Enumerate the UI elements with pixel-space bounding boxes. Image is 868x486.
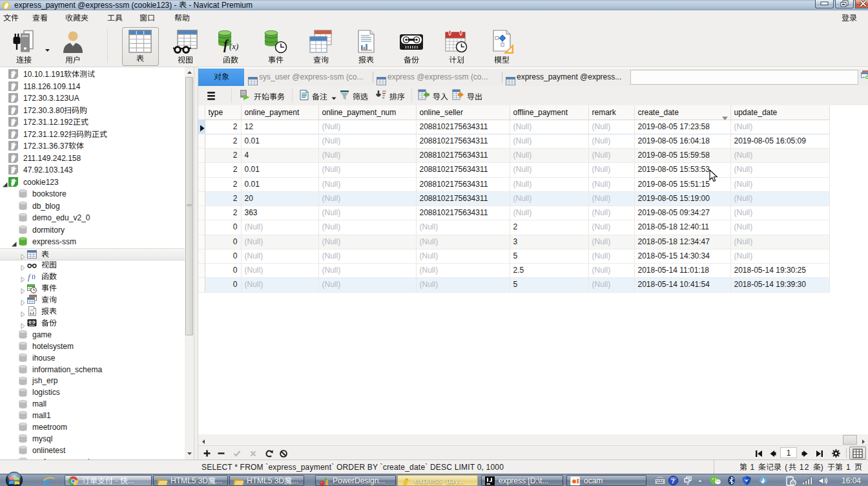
cell-online_seller[interactable]: 2088102175634311 <box>417 178 510 192</box>
cell-online_payment[interactable]: (Null) <box>242 264 319 278</box>
toolbar-button-backup-big[interactable] <box>391 27 432 65</box>
cell-online_payment_num[interactable]: (Null) <box>319 178 417 192</box>
taskbar-button-3[interactable]: PowerDesign... <box>315 475 396 486</box>
cell-online_payment[interactable]: 20 <box>242 192 319 206</box>
tree-item-172.31.36.37软体[interactable]: 172.31.36.37 <box>0 140 185 153</box>
cell-online_payment[interactable]: 0.01 <box>242 163 319 177</box>
tree-item-172.31.12.192正式[interactable]: 172.31.12.192 <box>0 116 185 129</box>
tree-item-118.126.109.114[interactable]: 118.126.109.114 <box>0 81 185 93</box>
toolbar-button-table-big[interactable] <box>119 27 161 65</box>
filter-button[interactable] <box>340 86 368 105</box>
cell-type[interactable]: 2 <box>205 163 242 177</box>
tab-express_payment[interactable]: express_payment @express... <box>502 69 630 86</box>
cell-online_seller[interactable]: (Null) <box>417 264 510 278</box>
cell-type[interactable]: 0 <box>205 278 242 292</box>
taskbar-button-0[interactable]: - ... <box>65 475 152 486</box>
sidebar-splitter[interactable] <box>194 67 198 460</box>
cell-update_date[interactable]: (Null) <box>731 192 830 206</box>
sort-button[interactable] <box>376 86 405 105</box>
cell-type[interactable]: 0 <box>205 220 242 235</box>
cell-offline_payment[interactable]: (Null) <box>510 163 589 177</box>
cell-create_date[interactable]: 2019-08-05 17:23:58 <box>635 120 731 134</box>
minimize-button[interactable] <box>815 0 834 8</box>
tree-item-172.31.12.92扫码购正式[interactable]: 172.31.12.92 <box>0 129 185 141</box>
cell-update_date[interactable]: (Null) <box>731 206 830 220</box>
cell-create_date[interactable]: 2018-05-18 12:34:47 <box>635 235 731 249</box>
tree-item-hotelsystem[interactable]: hotelsystem <box>0 341 185 353</box>
toolbar-button-report-big[interactable] <box>346 27 387 65</box>
add-record-button[interactable] <box>203 449 211 458</box>
tree-open-arrow-icon[interactable] <box>10 239 17 248</box>
tree-item-jsh_erp[interactable]: jsh_erp <box>0 375 185 387</box>
tree-item-meetroom[interactable]: meetroom <box>0 421 185 434</box>
tree-item-报表[interactable] <box>0 306 185 318</box>
refresh-button[interactable] <box>265 449 273 458</box>
tab-sys_user[interactable]: sys_user @express-ssm (co... <box>244 69 373 86</box>
tree-item-备份[interactable] <box>0 317 185 330</box>
cell-offline_payment[interactable]: (Null) <box>510 120 589 134</box>
cell-type[interactable]: 2 <box>205 134 242 149</box>
menu-item-5[interactable] <box>174 14 190 23</box>
tree-item-bookstore[interactable]: bookstore <box>0 188 185 200</box>
tree-item-172.30.3.80扫码购[interactable]: 172.30.3.80 <box>0 105 185 117</box>
row-selector-cell[interactable] <box>198 249 205 264</box>
cell-online_seller[interactable]: 2088102175634311 <box>417 120 510 134</box>
cell-offline_payment[interactable]: (Null) <box>510 134 589 149</box>
security-tray-icon[interactable] <box>742 476 751 485</box>
cell-update_date[interactable]: (Null) <box>731 235 830 249</box>
cell-offline_payment[interactable]: 5 <box>510 278 589 292</box>
cell-remark[interactable]: (Null) <box>589 220 635 235</box>
column-header-remark[interactable]: remark <box>589 105 635 120</box>
scroll-right-button[interactable] <box>857 434 868 445</box>
apply-changes-button[interactable] <box>233 449 241 458</box>
hscroll-thumb[interactable] <box>843 435 857 445</box>
toolbar-button-event-big[interactable] <box>255 27 296 65</box>
cell-remark[interactable]: (Null) <box>589 249 635 264</box>
tree-closed-arrow-icon[interactable] <box>19 309 26 318</box>
cell-online_payment[interactable]: 363 <box>242 206 319 220</box>
cell-online_payment_num[interactable]: (Null) <box>319 278 417 292</box>
tree-item-cookie123[interactable]: cookie123 <box>0 176 185 189</box>
prev-page-button[interactable] <box>769 449 777 458</box>
page-settings-button[interactable] <box>832 449 840 458</box>
cell-update_date[interactable]: (Null) <box>731 120 830 134</box>
cell-offline_payment[interactable]: 2.5 <box>510 264 589 278</box>
tree-item-mysql[interactable]: mysql <box>0 433 185 445</box>
cell-online_payment_num[interactable]: (Null) <box>319 264 417 278</box>
cell-offline_payment[interactable]: (Null) <box>510 192 589 206</box>
cell-type[interactable]: 2 <box>205 192 242 206</box>
tree-item-game[interactable]: game <box>0 329 185 341</box>
cell-offline_payment[interactable]: (Null) <box>510 149 589 163</box>
cell-type[interactable]: 2 <box>205 206 242 220</box>
last-page-button[interactable] <box>816 449 823 458</box>
menu-item-4[interactable] <box>140 14 155 23</box>
cell-online_payment_num[interactable]: (Null) <box>319 235 417 249</box>
scroll-left-button[interactable] <box>198 434 209 445</box>
cell-online_seller[interactable]: 2088102175634311 <box>417 163 510 177</box>
cell-type[interactable]: 0 <box>205 249 242 264</box>
discard-changes-button[interactable] <box>250 449 256 458</box>
cell-online_payment_num[interactable]: (Null) <box>319 249 417 264</box>
tab-objects[interactable] <box>198 69 244 86</box>
row-selector-cell[interactable] <box>198 264 205 278</box>
taskbar-button-4[interactable]: express_pay... <box>397 475 478 486</box>
cell-type[interactable]: 2 <box>205 149 242 163</box>
begin-transaction-button[interactable] <box>240 86 285 105</box>
cell-online_payment[interactable]: (Null) <box>242 220 319 235</box>
cell-online_seller[interactable]: (Null) <box>417 278 510 292</box>
column-header-online_payment_num[interactable]: online_payment_num <box>319 105 417 120</box>
cell-online_seller[interactable]: 2088102175634311 <box>417 134 510 149</box>
row-selector-cell[interactable] <box>198 134 205 149</box>
cell-offline_payment[interactable]: 2 <box>510 220 589 235</box>
cell-online_seller[interactable]: (Null) <box>417 249 510 264</box>
tree-item-47.92.103.143[interactable]: 47.92.103.143 <box>0 164 185 176</box>
row-selector-cell[interactable] <box>198 178 205 192</box>
taskbar-button-5[interactable]: express [D:\t... <box>481 475 563 486</box>
row-selector-cell[interactable] <box>198 192 205 206</box>
power-tray-icon[interactable] <box>785 476 797 486</box>
cell-create_date[interactable]: 2019-08-05 09:34:27 <box>635 206 731 220</box>
tree-closed-arrow-icon[interactable] <box>19 286 26 295</box>
help-tray-icon[interactable]: ? <box>668 476 678 485</box>
bluetooth-tray-icon[interactable] <box>728 476 735 485</box>
taskbar-button-1[interactable]: HTML5 3D... <box>153 475 228 486</box>
